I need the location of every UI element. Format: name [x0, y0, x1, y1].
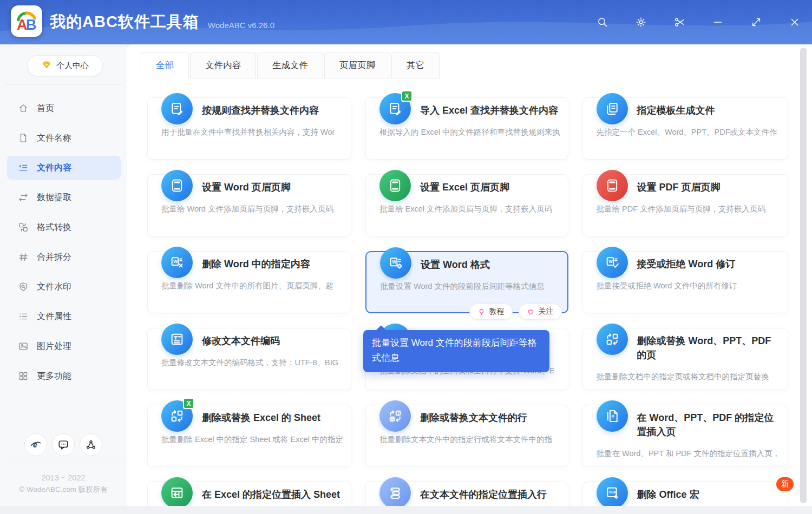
card-title: 在 Excel 的指定位置插入 Sheet	[202, 487, 343, 502]
card-title: 在 Word、PPT、PDF 的指定位置插入页	[637, 411, 780, 439]
swap-lines-icon: T	[388, 408, 403, 424]
settings-icon	[635, 16, 647, 28]
card-title: 指定模板生成文件	[637, 103, 780, 117]
search-button[interactable]	[596, 16, 609, 29]
app-version: WodeABC v6.26.0	[208, 21, 274, 30]
sidebar-menu: 首页文件名称文件内容数据提取格式转换合并拆分文件水印文件属性图片处理更多功能	[7, 96, 121, 394]
card-title: 设置 Word 页眉页脚	[202, 180, 343, 194]
app-logo-icon: A B	[11, 5, 42, 37]
card-description: 用于批量在文件中查找并替换相关内容，支持 Wor	[161, 127, 343, 137]
sidebar-item-label: 数据提取	[37, 192, 71, 203]
home-icon	[18, 103, 29, 114]
tool-card-word-check-8[interactable]: W接受或拒绝 Word 修订批量接受或拒绝 Word 文件中的所有修订	[582, 251, 788, 313]
tool-card-header-footer-5[interactable]: 设置 PDF 页眉页脚批量给 PDF 文件添加页眉与页脚，支持嵌入页码	[582, 174, 788, 236]
tab-其它[interactable]: 其它	[391, 52, 440, 78]
tool-card-doc-edit-0[interactable]: 按规则查找并替换文件内容用于批量在文件中查找并替换相关内容，支持 Wor	[147, 97, 351, 160]
minimize-button[interactable]	[711, 16, 724, 29]
bulb-icon	[477, 308, 486, 316]
tool-card-swap-pages-12[interactable]: X删除或替换 Excel 的 Sheet批量删除 Excel 中的指定 Shee…	[147, 405, 351, 467]
word-x-icon: W	[161, 247, 193, 278]
file-name-icon	[18, 133, 29, 143]
more-icon	[18, 371, 29, 381]
maximize-button[interactable]	[750, 16, 763, 29]
card-description: 批量删除 Word 文件中的所有图片、页眉页脚、超	[161, 281, 343, 291]
search-icon	[597, 16, 608, 28]
follow-button[interactable]: 关注	[519, 304, 562, 320]
sidebar-item-file-attr[interactable]: 文件属性	[7, 305, 121, 328]
title-bar: A B 我的ABC软件工具箱 WodeABC v6.26.0	[0, 0, 812, 44]
sidebar-item-label: 文件水印	[37, 281, 71, 293]
settings-button[interactable]	[634, 16, 647, 29]
tool-card-word-x-6[interactable]: W删除 Word 中的指定内容批量删除 Word 文件中的所有图片、页眉页脚、超	[147, 251, 351, 313]
chat-link-button[interactable]	[52, 433, 75, 456]
heart-icon	[527, 308, 535, 316]
app-logo: A B	[11, 5, 42, 37]
new-badge: 新	[776, 477, 794, 491]
header-footer-icon	[161, 170, 193, 201]
tool-card-insert-page-14[interactable]: #在 Word、PPT、PDF 的指定位置插入页批量在 Word、PPT 和 P…	[582, 405, 788, 467]
tab-生成文件[interactable]: 生成文件	[257, 52, 323, 78]
personal-center-button[interactable]: 个人中心	[27, 55, 103, 76]
card-title: 按规则查找并替换文件内容	[202, 103, 343, 117]
tutorial-button[interactable]: 教程	[469, 304, 513, 320]
sidebar-item-label: 文件名称	[37, 133, 71, 144]
scissors-button[interactable]	[673, 16, 686, 29]
share-link-button[interactable]	[80, 433, 102, 456]
sidebar-item-home[interactable]: 首页	[7, 96, 121, 120]
tool-card-swap-pages-11[interactable]: 删除或替换 Word、PPT、PDF 的页批量删除文档中的指定页或将文档中的指定…	[582, 328, 788, 390]
sidebar-item-more[interactable]: 更多功能	[7, 364, 121, 388]
tool-card-text-encoding-9[interactable]: 修改文本文件编码批量修改文本文件的编码格式，支持：UTF-8、BIG	[147, 328, 351, 390]
card-description: 批量删除文档中的指定页或将文档中的指定页替换	[597, 372, 780, 382]
tool-card-doc-edit-1[interactable]: X导入 Excel 查找并替换文件内容根据导入的 Excel 中的文件路径和查找…	[365, 97, 568, 160]
tab-页眉页脚[interactable]: 页眉页脚	[324, 52, 390, 78]
svg-text:W: W	[608, 259, 613, 264]
tool-card-word-gear-7[interactable]: W设置 Word 格式批量设置 Word 文件的段前段后间距等格式信息教程关注	[365, 251, 568, 313]
insert-page-icon: #	[605, 408, 620, 424]
main-panel: 全部文件内容生成文件页眉页脚其它 按规则查找并替换文件内容用于批量在文件中查找并…	[127, 44, 812, 506]
file-content-icon	[18, 162, 29, 173]
copyright-years: 2013 ~ 2022	[0, 473, 127, 482]
swap-lines-icon: T	[379, 400, 411, 432]
card-description: 批量在 Word、PPT 和 PDF 文件的指定位置插入页，	[597, 449, 780, 459]
vertical-scrollbar[interactable]	[800, 48, 807, 503]
insert-sheet-icon	[169, 485, 185, 500]
sidebar-item-file-content[interactable]: 文件内容	[7, 156, 121, 180]
word-check-icon: W	[597, 247, 628, 278]
tab-文件内容[interactable]: 文件内容	[190, 52, 256, 78]
header-footer-icon	[388, 178, 403, 193]
sidebar-item-image-process[interactable]: 图片处理	[7, 334, 121, 358]
sidebar-item-file-name[interactable]: 文件名称	[7, 126, 121, 150]
tool-card-header-footer-4[interactable]: 设置 Excel 页眉页脚批量给 Excel 文件添加页眉与页脚，支持嵌入页码	[365, 174, 568, 236]
share-icon	[85, 439, 97, 451]
swap-pages-icon	[605, 332, 620, 347]
insert-lines-icon	[379, 477, 411, 506]
tool-card-header-footer-3[interactable]: 设置 Word 页眉页脚批量给 Word 文件添加页眉与页脚，支持嵌入页码	[147, 174, 351, 236]
tab-全部[interactable]: 全部	[141, 52, 189, 78]
text-encoding-icon	[169, 332, 185, 347]
header-footer-icon	[597, 170, 628, 201]
card-title: 删除 Word 中的指定内容	[202, 257, 343, 271]
card-title: 修改文本文件编码	[202, 334, 343, 348]
data-extract-icon	[18, 192, 29, 203]
image-process-icon	[18, 341, 29, 352]
sidebar-item-label: 文件内容	[37, 162, 71, 174]
sidebar-item-data-extract[interactable]: 数据提取	[7, 186, 121, 209]
sidebar-item-merge-split[interactable]: 合并拆分	[7, 245, 121, 269]
header-footer-icon	[605, 178, 620, 193]
format-convert-icon	[18, 222, 29, 233]
close-button[interactable]	[788, 16, 801, 29]
tool-card-office-macro-17[interactable]: VBA删除 Office 宏新	[582, 482, 788, 506]
excel-x-badge: X	[401, 90, 412, 102]
sidebar-item-format-convert[interactable]: 格式转换	[7, 215, 121, 239]
sidebar-item-watermark[interactable]: 文件水印	[7, 275, 121, 299]
tool-card-insert-lines-16[interactable]: 在文本文件的指定位置插入行	[365, 482, 568, 506]
card-description: 批量给 Excel 文件添加页眉与页脚，支持嵌入页码	[379, 204, 560, 214]
tool-card-insert-sheet-15[interactable]: 在 Excel 的指定位置插入 Sheet	[147, 482, 351, 506]
tool-card-docs-stack-2[interactable]: 指定模板生成文件先指定一个 Excel、Word、PPT、PDF或文本文件作	[582, 97, 788, 160]
card-description: 根据导入的 Excel 中的文件路径和查找替换规则来执	[379, 127, 560, 137]
card-title: 设置 Word 格式	[421, 258, 560, 272]
svg-text:W: W	[173, 259, 178, 264]
card-title: 在文本文件的指定位置插入行	[420, 487, 560, 502]
browser-link-button[interactable]: e	[24, 433, 47, 456]
tool-card-swap-lines-13[interactable]: T删除或替换文本文件的行批量删除文本文件中的指定行或将文本文件中的指	[365, 405, 568, 467]
